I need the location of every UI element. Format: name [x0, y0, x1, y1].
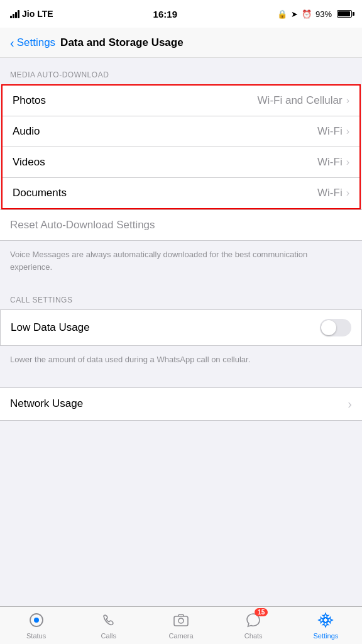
videos-label: Videos	[13, 156, 45, 169]
status-bar: Jio LTE 16:19 🔒 ➤ ⏰ 93%	[0, 0, 362, 28]
photos-label: Photos	[13, 94, 46, 107]
documents-label: Documents	[13, 187, 67, 199]
carrier-label: Jio	[22, 9, 35, 19]
videos-value: Wi-Fi	[317, 156, 343, 169]
camera-tab-icon	[173, 612, 189, 631]
chats-badge-wrap: 15	[245, 612, 261, 631]
chats-tab-icon	[245, 614, 261, 631]
documents-value: Wi-Fi	[317, 187, 343, 199]
svg-point-3	[178, 618, 184, 623]
call-settings-group: Low Data Usage	[0, 309, 362, 346]
status-icons: 🔒 ➤ ⏰ 93%	[277, 9, 352, 19]
documents-chevron-icon: ›	[346, 187, 349, 199]
photos-chevron-icon: ›	[346, 95, 349, 106]
low-data-usage-toggle[interactable]	[320, 319, 351, 336]
settings-tab-label: Settings	[314, 632, 339, 640]
signal-bars-icon	[10, 9, 19, 18]
network-usage-chevron-icon: ›	[348, 397, 352, 411]
low-data-usage-label: Low Data Usage	[11, 321, 90, 334]
page-title: Data and Storage Usage	[60, 36, 184, 49]
tab-settings[interactable]: Settings	[290, 607, 362, 644]
documents-value-wrap: Wi-Fi ›	[317, 187, 349, 199]
battery-icon	[337, 10, 352, 18]
network-usage-label: Network Usage	[10, 397, 83, 410]
alarm-icon: ⏰	[302, 9, 312, 19]
call-settings-header: CALL SETTINGS	[0, 283, 362, 309]
videos-value-wrap: Wi-Fi ›	[317, 156, 349, 169]
media-auto-download-header: MEDIA AUTO-DOWNLOAD	[0, 58, 362, 84]
photos-value: Wi-Fi and Cellular	[258, 94, 343, 107]
back-label: Settings	[17, 36, 55, 49]
status-tab-icon	[28, 612, 45, 631]
main-content: MEDIA AUTO-DOWNLOAD Photos Wi-Fi and Cel…	[0, 58, 362, 458]
tab-calls[interactable]: Calls	[72, 607, 145, 644]
low-data-usage-row[interactable]: Low Data Usage	[1, 310, 361, 345]
reset-auto-download-button[interactable]: Reset Auto-Download Settings	[0, 209, 362, 241]
media-auto-download-group: Photos Wi-Fi and Cellular › Audio Wi-Fi …	[1, 84, 361, 209]
network-usage-row[interactable]: Network Usage ›	[0, 387, 362, 421]
audio-label: Audio	[13, 125, 40, 138]
calls-tab-icon	[101, 612, 117, 631]
tab-camera[interactable]: Camera	[145, 607, 217, 644]
lock-icon: 🔒	[277, 9, 287, 19]
settings-tab-icon	[317, 612, 334, 631]
location-icon: ➤	[291, 9, 298, 19]
tab-bar: Status Calls Camera 15	[0, 606, 362, 644]
photos-row[interactable]: Photos Wi-Fi and Cellular ›	[3, 86, 359, 116]
toggle-thumb	[321, 320, 336, 335]
videos-chevron-icon: ›	[346, 157, 349, 168]
audio-row[interactable]: Audio Wi-Fi ›	[3, 116, 359, 147]
audio-value-wrap: Wi-Fi ›	[317, 125, 349, 138]
chevron-left-icon: ‹	[10, 36, 14, 49]
chats-badge-count: 15	[255, 608, 268, 616]
voice-messages-notice: Voice Messages are always automatically …	[0, 241, 362, 283]
status-tab-label: Status	[26, 632, 46, 640]
carrier-info: Jio LTE	[10, 9, 53, 19]
chats-tab-label: Chats	[244, 632, 263, 640]
network-type-label: LTE	[37, 9, 53, 19]
navigation-bar: ‹ Settings Data and Storage Usage	[0, 28, 362, 58]
camera-tab-label: Camera	[168, 632, 193, 640]
calls-tab-label: Calls	[101, 632, 116, 640]
documents-row[interactable]: Documents Wi-Fi ›	[3, 178, 359, 208]
videos-row[interactable]: Videos Wi-Fi ›	[3, 147, 359, 178]
time-label: 16:19	[153, 9, 177, 19]
audio-chevron-icon: ›	[346, 126, 349, 137]
battery-percent-label: 93%	[315, 9, 332, 19]
low-data-usage-notice: Lower the amount of data used during a W…	[0, 346, 362, 376]
back-button[interactable]: ‹ Settings	[10, 36, 55, 49]
audio-value: Wi-Fi	[317, 125, 343, 138]
tab-chats[interactable]: 15 Chats	[217, 607, 290, 644]
tab-status[interactable]: Status	[0, 607, 72, 644]
svg-point-1	[34, 618, 39, 623]
photos-value-wrap: Wi-Fi and Cellular ›	[258, 94, 349, 107]
